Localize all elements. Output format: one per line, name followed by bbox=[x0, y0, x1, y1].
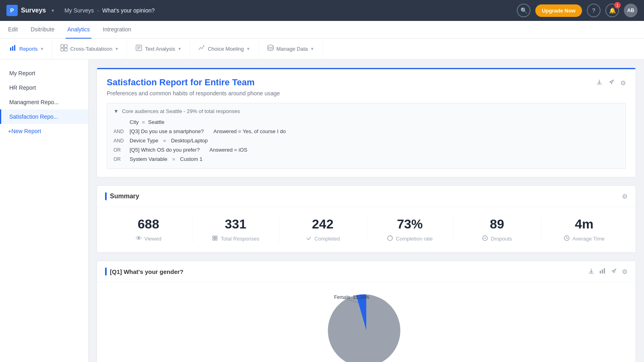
svg-rect-3 bbox=[61, 45, 64, 47]
toolbar-choice-modeling-label: Choice Moeling bbox=[208, 46, 244, 52]
summary-title: Summary bbox=[105, 192, 139, 200]
completion-rate-label: Completion rate bbox=[396, 236, 433, 242]
viewed-label: Viewed bbox=[144, 236, 161, 242]
q1-share-icon[interactable] bbox=[611, 268, 617, 276]
stat-total-responses: 331 Total Responses bbox=[192, 217, 280, 243]
toolbar-manage-data[interactable]: Manage Data ▼ bbox=[259, 39, 323, 60]
top-navigation: P Surveys ▼ My Surveys › What's your opi… bbox=[0, 0, 644, 21]
tab-distribute[interactable]: Dsitribute bbox=[29, 21, 56, 39]
toolbar-reports[interactable]: Reports ▼ bbox=[6, 39, 52, 60]
report-settings-icon[interactable]: ⚙ bbox=[620, 79, 626, 87]
choice-modeling-caret: ▼ bbox=[246, 47, 250, 51]
search-button[interactable]: 🔍 bbox=[517, 4, 530, 17]
question1-chart: Female: 15.38% bbox=[97, 282, 636, 362]
stat-completion-rate-value: 73% bbox=[372, 217, 449, 232]
completion-rate-icon bbox=[387, 235, 393, 243]
q1-chart-icon[interactable] bbox=[599, 268, 606, 276]
svg-rect-4 bbox=[64, 45, 67, 47]
svg-rect-24 bbox=[602, 269, 603, 274]
breadcrumb: My Surveys › What's your opinion? bbox=[64, 7, 155, 14]
svg-rect-25 bbox=[604, 268, 605, 274]
toolbar-text-analysis-label: Text Analysis bbox=[145, 46, 175, 52]
reports-icon bbox=[10, 44, 17, 53]
pie-chart-svg bbox=[310, 290, 423, 362]
main-content: Satisfaction Report for Entire Team Pref… bbox=[89, 60, 644, 362]
stat-total-responses-value: 331 bbox=[197, 217, 275, 232]
breadcrumb-current: What's your opinion? bbox=[102, 7, 155, 14]
avatar-button[interactable]: AB bbox=[624, 4, 638, 17]
svg-point-15 bbox=[215, 236, 217, 238]
dropouts-label: Dropouts bbox=[491, 236, 512, 242]
sidebar-item-my-report[interactable]: My Report bbox=[0, 66, 88, 80]
breadcrumb-parent[interactable]: My Surveys bbox=[64, 7, 94, 14]
brand-name: Surveys bbox=[21, 7, 46, 14]
filter-icon: ▼ bbox=[114, 108, 119, 114]
main-layout: My Report HR Report Managment Repo... Sa… bbox=[0, 60, 644, 362]
filter-row-1: AND [Q3] Do you use a smartphone? Answer… bbox=[114, 127, 619, 136]
total-responses-label: Total Responses bbox=[221, 236, 259, 242]
question1-title: [Q1] What's your gender? bbox=[105, 267, 184, 276]
toolbar-reports-label: Reports bbox=[19, 46, 38, 52]
tab-edit[interactable]: Edit bbox=[6, 21, 19, 39]
report-subtitle: Preferences and common habits of respond… bbox=[107, 90, 280, 97]
filter-row-0: City = Seattle bbox=[114, 117, 619, 127]
completed-icon bbox=[305, 235, 312, 243]
nav-actions: 🔍 Upgrade Now ? 🔔 1 AB bbox=[517, 4, 638, 17]
svg-point-14 bbox=[213, 236, 215, 238]
svg-point-16 bbox=[213, 239, 215, 241]
breadcrumb-separator: › bbox=[97, 7, 99, 14]
notification-badge: 1 bbox=[614, 2, 621, 8]
stat-viewed: 688 👁 Viewed bbox=[105, 217, 192, 243]
question1-section: [Q1] What's your gender? ⚙ bbox=[97, 261, 636, 362]
stat-completed-value: 242 bbox=[284, 217, 361, 232]
summary-settings-icon[interactable]: ⚙ bbox=[622, 193, 627, 200]
stat-completion-rate: 73% Completion rate bbox=[367, 217, 454, 243]
share-icon[interactable] bbox=[608, 79, 615, 87]
stat-viewed-value: 688 bbox=[110, 217, 187, 232]
brand[interactable]: P Surveys ▼ bbox=[6, 5, 55, 16]
tab-integration[interactable]: Intregration bbox=[101, 21, 133, 39]
analytics-toolbar: Reports ▼ Cross-Tabulatioon ▼ Text Analy… bbox=[0, 39, 644, 60]
toolbar-manage-data-label: Manage Data bbox=[277, 46, 308, 52]
cross-tab-caret: ▼ bbox=[115, 47, 119, 51]
filter-row-4: OR System Variable = Custom 1 bbox=[114, 154, 619, 164]
upgrade-button[interactable]: Upgrade Now bbox=[535, 4, 582, 17]
toolbar-cross-tab[interactable]: Cross-Tabulatioon ▼ bbox=[52, 39, 127, 60]
tab-analytics[interactable]: Analytics bbox=[66, 21, 91, 39]
brand-icon: P bbox=[6, 5, 18, 16]
q1-download-icon[interactable] bbox=[588, 268, 594, 276]
choice-modeling-icon bbox=[198, 44, 205, 53]
svg-rect-2 bbox=[14, 45, 15, 51]
download-icon[interactable] bbox=[596, 79, 603, 87]
toolbar-cross-tab-label: Cross-Tabulatioon bbox=[70, 46, 112, 52]
toolbar-text-analysis[interactable]: Text Analysis ▼ bbox=[127, 39, 190, 60]
text-analysis-icon bbox=[135, 44, 142, 53]
svg-point-17 bbox=[215, 239, 217, 241]
sidebar-item-hr-report[interactable]: HR Report bbox=[0, 80, 88, 95]
sidebar-item-satisfaction-report[interactable]: Satisfaction Repo... bbox=[0, 109, 88, 124]
filter-row-2: AND Device Type = Desktop/Laptop bbox=[114, 136, 619, 145]
svg-rect-5 bbox=[61, 48, 64, 51]
stat-average-time: 4m Average Time bbox=[541, 217, 628, 243]
brand-dropdown-arrow[interactable]: ▼ bbox=[51, 8, 55, 13]
svg-point-11 bbox=[203, 45, 204, 47]
completed-label: Completed bbox=[314, 236, 340, 242]
new-report-button[interactable]: +New Report bbox=[0, 124, 88, 138]
viewed-icon: 👁 bbox=[136, 235, 142, 242]
filter-header: ▼ Core audiences at Seattle - 29% of tot… bbox=[114, 108, 619, 114]
svg-rect-23 bbox=[600, 271, 601, 274]
filter-bar: ▼ Core audiences at Seattle - 29% of tot… bbox=[107, 103, 626, 169]
stat-dropouts: 89 Dropouts bbox=[454, 217, 541, 243]
stat-completed: 242 Completed bbox=[279, 217, 367, 243]
stat-average-time-value: 4m bbox=[546, 217, 623, 232]
notification-button[interactable]: 🔔 1 bbox=[605, 4, 619, 17]
chart-label-female: Female: 15.38% bbox=[334, 294, 369, 300]
sidebar-item-management-report[interactable]: Managment Repo... bbox=[0, 95, 88, 109]
help-button[interactable]: ? bbox=[587, 4, 601, 17]
toolbar-choice-modeling[interactable]: Choice Moeling ▼ bbox=[190, 39, 259, 60]
svg-rect-6 bbox=[64, 48, 67, 51]
sub-navigation: Edit Dsitribute Analytics Intregration bbox=[0, 21, 644, 39]
report-title: Satisfaction Report for Entire Team bbox=[107, 77, 280, 88]
sidebar: My Report HR Report Managment Repo... Sa… bbox=[0, 60, 89, 362]
q1-settings-icon[interactable]: ⚙ bbox=[622, 268, 627, 276]
